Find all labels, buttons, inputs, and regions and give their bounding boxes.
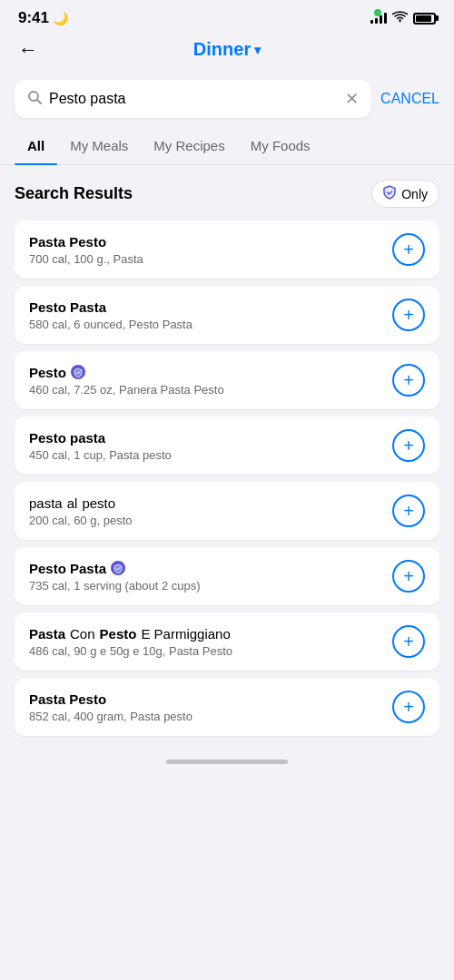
add-button[interactable]: +: [392, 560, 425, 593]
green-dot: [374, 9, 381, 16]
food-name: Pesto pasta: [29, 430, 381, 446]
food-item: Pasta Pesto 700 cal, 100 g., Pasta +: [15, 220, 439, 279]
food-info: Pesto Pasta 580 cal, 6 ounced, Pesto Pas…: [29, 299, 381, 331]
food-details: 486 cal, 90 g e 50g e 10g, Pasta Pesto: [29, 644, 381, 658]
filter-label: Only: [401, 187, 428, 201]
header: ← Dinner ▾: [0, 32, 454, 71]
svg-point-0: [399, 20, 400, 22]
add-button[interactable]: +: [392, 233, 425, 266]
food-item: Pesto 460 cal, 7.25 oz, Panera Pasta Pes…: [15, 351, 439, 409]
food-list: Pasta Pesto 700 cal, 100 g., Pasta + Pes…: [15, 220, 439, 736]
home-indicator-area: [0, 750, 454, 769]
tab-my-meals[interactable]: My Meals: [57, 127, 141, 164]
food-item: Pasta Con Pesto E Parmiggiano 486 cal, 9…: [15, 612, 439, 671]
food-name: Pesto: [29, 365, 381, 380]
food-details: 200 cal, 60 g, pesto: [29, 514, 381, 527]
clear-button[interactable]: ✕: [345, 89, 359, 109]
add-icon: +: [403, 698, 414, 716]
food-name: Pesto Pasta: [29, 299, 381, 315]
add-icon: +: [403, 567, 414, 585]
wifi-icon: [392, 10, 408, 26]
food-details: 460 cal, 7.25 oz, Panera Pasta Pesto: [29, 383, 381, 397]
tab-my-recipes[interactable]: My Recipes: [141, 127, 237, 164]
results-title: Search Results: [15, 184, 133, 203]
add-button[interactable]: +: [392, 691, 425, 723]
food-info: pasta al pesto 200 cal, 60 g, pesto: [29, 495, 381, 527]
food-name: Pasta Pesto: [29, 691, 381, 707]
time-display: 9:41: [18, 9, 49, 27]
home-bar: [166, 760, 288, 764]
tabs-bar: All My Meals My Recipes My Foods: [0, 127, 454, 165]
food-details: 700 cal, 100 g., Pasta: [29, 252, 381, 266]
add-button[interactable]: +: [392, 364, 425, 397]
search-icon: [27, 90, 42, 108]
verified-filter[interactable]: Only: [371, 180, 439, 208]
food-name: Pasta Con Pesto E Parmiggiano: [29, 626, 381, 642]
add-button[interactable]: +: [392, 625, 425, 658]
food-name: pasta al pesto: [29, 495, 381, 511]
add-icon: +: [403, 240, 414, 259]
add-icon: +: [403, 632, 414, 651]
shield-icon: [383, 185, 396, 202]
search-input[interactable]: Pesto pasta: [49, 91, 338, 107]
food-item: Pasta Pesto 852 cal, 400 gram, Pasta pes…: [15, 678, 439, 736]
food-details: 852 cal, 400 gram, Pasta pesto: [29, 710, 381, 723]
food-info: Pesto Pasta 735 cal, 1 serving (about 2 …: [29, 561, 381, 593]
back-button[interactable]: ←: [18, 38, 38, 62]
food-item: Pesto Pasta 735 cal, 1 serving (about 2 …: [15, 547, 439, 605]
cancel-button[interactable]: CANCEL: [380, 91, 439, 107]
tab-all[interactable]: All: [15, 127, 57, 164]
header-title-area[interactable]: Dinner ▾: [193, 39, 261, 60]
tab-my-foods[interactable]: My Foods: [238, 127, 323, 164]
food-info: Pesto 460 cal, 7.25 oz, Panera Pasta Pes…: [29, 365, 381, 397]
food-item: Pesto pasta 450 cal, 1 cup, Pasta pesto …: [15, 416, 439, 475]
food-details: 735 cal, 1 serving (about 2 cups): [29, 579, 381, 593]
dropdown-arrow: ▾: [254, 43, 261, 57]
content-area: Search Results Only Pasta Pesto 700 cal,…: [0, 165, 454, 750]
food-info: Pasta Con Pesto E Parmiggiano 486 cal, 9…: [29, 626, 381, 658]
verified-badge: [111, 561, 125, 575]
food-item: pasta al pesto 200 cal, 60 g, pesto +: [15, 482, 439, 540]
battery-icon: [413, 13, 436, 24]
results-header: Search Results Only: [15, 180, 439, 208]
food-details: 580 cal, 6 ounced, Pesto Pasta: [29, 318, 381, 331]
verified-badge: [71, 365, 85, 379]
add-button[interactable]: +: [392, 299, 425, 331]
food-item: Pesto Pasta 580 cal, 6 ounced, Pesto Pas…: [15, 286, 439, 344]
add-icon: +: [403, 436, 414, 455]
food-info: Pasta Pesto 700 cal, 100 g., Pasta: [29, 234, 381, 266]
food-details: 450 cal, 1 cup, Pasta pesto: [29, 448, 381, 462]
food-name: Pasta Pesto: [29, 234, 381, 250]
search-area: Pesto pasta ✕ CANCEL: [0, 71, 454, 127]
svg-line-2: [37, 100, 41, 103]
add-icon: +: [403, 502, 414, 520]
moon-icon: 🌙: [53, 11, 68, 25]
add-button[interactable]: +: [392, 495, 425, 527]
add-button[interactable]: +: [392, 429, 425, 462]
food-info: Pesto pasta 450 cal, 1 cup, Pasta pesto: [29, 430, 381, 462]
search-bar[interactable]: Pesto pasta ✕: [15, 80, 371, 118]
food-info: Pasta Pesto 852 cal, 400 gram, Pasta pes…: [29, 691, 381, 723]
page-title: Dinner: [193, 39, 251, 60]
add-icon: +: [403, 306, 414, 324]
food-name: Pesto Pasta: [29, 561, 381, 576]
add-icon: +: [403, 371, 414, 389]
status-bar: 9:41 🌙: [0, 0, 454, 32]
